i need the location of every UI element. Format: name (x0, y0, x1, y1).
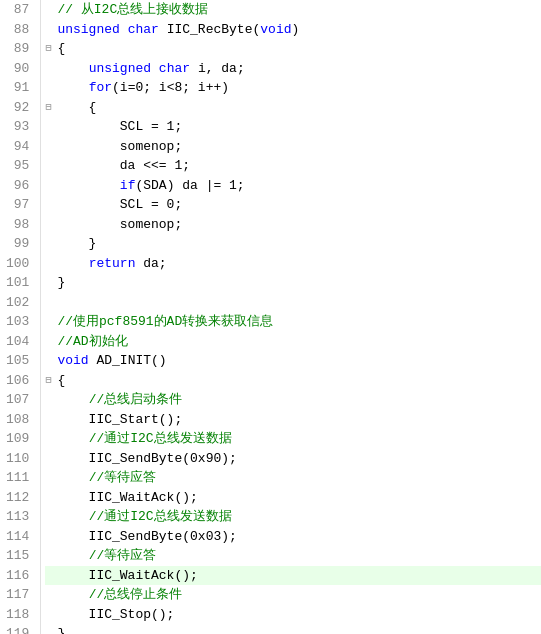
no-collapse (45, 2, 55, 17)
code-token (57, 507, 88, 527)
collapse-icon[interactable]: ⊟ (45, 41, 55, 56)
line-number: 119 (6, 624, 34, 634)
code-token: } (57, 273, 65, 293)
no-collapse (45, 431, 55, 446)
code-line: unsigned char IIC_RecByte(void) (45, 20, 541, 40)
line-number: 92 (6, 98, 34, 118)
code-token: void (260, 20, 291, 40)
line-number: 98 (6, 215, 34, 235)
code-token: somenop; (57, 137, 182, 157)
no-collapse (45, 217, 55, 232)
line-number: 114 (6, 527, 34, 547)
code-token (151, 59, 159, 79)
code-token: //等待应答 (89, 546, 157, 566)
no-collapse (45, 139, 55, 154)
code-token: IIC_Start(); (57, 410, 182, 430)
code-token: IIC_SendByte(0x90); (57, 449, 236, 469)
no-collapse (45, 178, 55, 193)
no-collapse (45, 548, 55, 563)
collapse-icon[interactable]: ⊟ (45, 373, 55, 388)
code-token (57, 78, 88, 98)
line-number: 117 (6, 585, 34, 605)
no-collapse (45, 119, 55, 134)
code-token (57, 546, 88, 566)
line-number: 112 (6, 488, 34, 508)
code-token (57, 585, 88, 605)
line-number: 87 (6, 0, 34, 20)
code-token (120, 20, 128, 40)
no-collapse (45, 158, 55, 173)
no-collapse (45, 197, 55, 212)
code-token: (i=0; i<8; i++) (112, 78, 229, 98)
line-number: 113 (6, 507, 34, 527)
line-number: 99 (6, 234, 34, 254)
line-number: 108 (6, 410, 34, 430)
code-line: //通过I2C总线发送数据 (45, 429, 541, 449)
code-line: IIC_WaitAck(); (45, 488, 541, 508)
line-number: 89 (6, 39, 34, 59)
code-token: } (57, 234, 96, 254)
no-collapse (45, 334, 55, 349)
no-collapse (45, 275, 55, 290)
no-collapse (45, 626, 55, 634)
code-line: IIC_Start(); (45, 410, 541, 430)
code-area[interactable]: // 从I2C总线上接收数据 unsigned char IIC_RecByte… (41, 0, 541, 634)
code-token: } (57, 624, 65, 634)
code-token: (SDA) da |= 1; (135, 176, 244, 196)
code-line (45, 293, 541, 313)
no-collapse (45, 61, 55, 76)
code-token: { (57, 371, 65, 391)
line-number: 103 (6, 312, 34, 332)
line-number: 110 (6, 449, 34, 469)
no-collapse (45, 587, 55, 602)
line-number: 115 (6, 546, 34, 566)
code-line: SCL = 1; (45, 117, 541, 137)
code-token: da; (135, 254, 166, 274)
code-token (57, 468, 88, 488)
code-line: ⊟ { (45, 98, 541, 118)
code-token (57, 254, 88, 274)
code-token: for (89, 78, 112, 98)
line-number: 95 (6, 156, 34, 176)
no-collapse (45, 256, 55, 271)
code-line: for(i=0; i<8; i++) (45, 78, 541, 98)
no-collapse (45, 412, 55, 427)
line-number: 106 (6, 371, 34, 391)
line-number: 105 (6, 351, 34, 371)
code-line: IIC_SendByte(0x03); (45, 527, 541, 547)
line-number: 102 (6, 293, 34, 313)
code-line: //等待应答 (45, 468, 541, 488)
code-token: //总线停止条件 (89, 585, 183, 605)
code-token: IIC_WaitAck(); (57, 566, 197, 586)
code-token (57, 390, 88, 410)
code-line: //等待应答 (45, 546, 541, 566)
code-token: AD_INIT() (89, 351, 167, 371)
line-number: 93 (6, 117, 34, 137)
code-token: //通过I2C总线发送数据 (89, 429, 232, 449)
code-token: IIC_WaitAck(); (57, 488, 197, 508)
code-token: unsigned (57, 20, 119, 40)
collapse-icon[interactable]: ⊟ (45, 100, 55, 115)
code-token: unsigned (89, 59, 151, 79)
no-collapse (45, 451, 55, 466)
no-collapse (45, 353, 55, 368)
line-number: 94 (6, 137, 34, 157)
code-token: return (89, 254, 136, 274)
code-line: //通过I2C总线发送数据 (45, 507, 541, 527)
code-token (57, 429, 88, 449)
line-number: 90 (6, 59, 34, 79)
no-collapse (45, 22, 55, 37)
code-line: ⊟{ (45, 39, 541, 59)
line-number: 88 (6, 20, 34, 40)
code-token (57, 59, 88, 79)
code-token: //等待应答 (89, 468, 157, 488)
no-collapse (45, 80, 55, 95)
code-token: char (128, 20, 159, 40)
code-line: ⊟{ (45, 371, 541, 391)
code-token: //AD初始化 (57, 332, 127, 352)
no-collapse (45, 236, 55, 251)
code-token: somenop; (57, 215, 182, 235)
code-line: unsigned char i, da; (45, 59, 541, 79)
code-token: { (57, 39, 65, 59)
code-line: // 从I2C总线上接收数据 (45, 0, 541, 20)
